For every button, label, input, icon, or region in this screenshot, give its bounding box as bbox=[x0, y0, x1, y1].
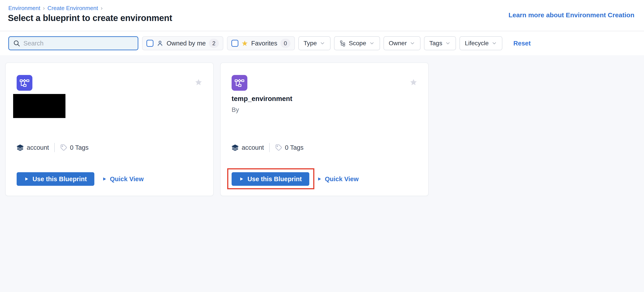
person-icon bbox=[156, 40, 164, 47]
chevron-down-icon bbox=[320, 40, 325, 46]
scope-label: account bbox=[242, 144, 264, 151]
chevron-down-icon bbox=[369, 40, 375, 46]
filter-dropdown-owner[interactable]: Owner bbox=[384, 36, 420, 50]
play-icon bbox=[239, 177, 244, 181]
tags-count-label: 0 Tags bbox=[285, 144, 304, 151]
use-blueprint-button[interactable]: Use this Blueprint bbox=[232, 172, 309, 186]
reset-filters-button[interactable]: Reset bbox=[513, 40, 530, 47]
page-header: Environment › Create Environment › Selec… bbox=[0, 0, 644, 31]
play-icon bbox=[102, 177, 107, 181]
favorite-star-icon[interactable] bbox=[409, 78, 418, 87]
blueprint-title: temp_environment bbox=[232, 95, 292, 103]
filter-favorites[interactable]: ★ Favorites 0 bbox=[227, 36, 295, 50]
filter-dropdown-type[interactable]: Type bbox=[298, 36, 331, 50]
tag-icon bbox=[275, 144, 282, 151]
chevron-down-icon bbox=[492, 40, 497, 46]
scope-label: account bbox=[27, 144, 49, 151]
filter-owned-by-me[interactable]: Owned by me 2 bbox=[142, 36, 223, 50]
learn-more-link[interactable]: Learn more about Environment Creation bbox=[508, 11, 634, 19]
meta-divider bbox=[269, 143, 270, 152]
lifecycle-dropdown-label: Lifecycle bbox=[465, 40, 488, 47]
card-meta: account 0 Tags bbox=[231, 143, 304, 152]
star-icon: ★ bbox=[242, 40, 248, 47]
tag-icon bbox=[60, 144, 68, 151]
owner-dropdown-label: Owner bbox=[389, 40, 407, 47]
layers-icon bbox=[16, 144, 24, 151]
quick-view-link[interactable]: Quick View bbox=[317, 172, 358, 186]
scope-dropdown-label: Scope bbox=[349, 40, 366, 47]
play-icon bbox=[24, 177, 29, 181]
search-box[interactable] bbox=[8, 36, 138, 50]
filter-dropdown-scope[interactable]: Scope bbox=[334, 36, 380, 50]
breadcrumb-separator: › bbox=[101, 5, 103, 11]
card-meta: account 0 Tags bbox=[16, 143, 89, 152]
hierarchy-icon bbox=[339, 40, 346, 47]
breadcrumb-separator: › bbox=[43, 5, 45, 11]
blueprint-card-1: account 0 Tags Use this Blueprint Quick … bbox=[5, 62, 214, 196]
owned-by-me-label: Owned by me bbox=[166, 40, 206, 47]
blueprint-byline: By bbox=[232, 106, 239, 114]
page-title: Select a blueprint to create environment bbox=[8, 13, 172, 23]
blueprint-card-2: temp_environment By account 0 Tags bbox=[220, 62, 428, 196]
filter-dropdown-tags[interactable]: Tags bbox=[424, 36, 456, 50]
search-input[interactable] bbox=[24, 40, 134, 47]
blueprint-icon bbox=[17, 75, 32, 91]
favorite-star-icon[interactable] bbox=[194, 78, 203, 87]
redacted-title-block bbox=[13, 94, 66, 118]
chevron-down-icon bbox=[410, 40, 415, 46]
tags-dropdown-label: Tags bbox=[429, 40, 442, 47]
layers-icon bbox=[231, 144, 239, 151]
filter-bar: Owned by me 2 ★ Favorites 0 Type Scope bbox=[0, 31, 644, 55]
owned-by-me-count-badge: 2 bbox=[209, 39, 219, 48]
favorites-checkbox[interactable] bbox=[232, 40, 238, 47]
quick-view-link[interactable]: Quick View bbox=[102, 172, 144, 186]
filter-dropdown-lifecycle[interactable]: Lifecycle bbox=[460, 36, 502, 50]
breadcrumb-environment[interactable]: Environment bbox=[8, 5, 40, 11]
chevron-down-icon bbox=[445, 40, 451, 46]
tags-count-label: 0 Tags bbox=[70, 144, 89, 151]
use-blueprint-label: Use this Blueprint bbox=[247, 175, 302, 183]
use-blueprint-label: Use this Blueprint bbox=[32, 175, 87, 183]
quick-view-label: Quick View bbox=[325, 175, 358, 183]
blueprint-list: account 0 Tags Use this Blueprint Quick … bbox=[0, 55, 644, 292]
blueprint-icon bbox=[232, 75, 247, 91]
favorites-label: Favorites bbox=[251, 40, 277, 47]
meta-divider bbox=[54, 143, 55, 152]
quick-view-label: Quick View bbox=[110, 175, 144, 183]
owned-by-me-checkbox[interactable] bbox=[146, 40, 154, 47]
search-icon bbox=[13, 40, 20, 47]
use-blueprint-button[interactable]: Use this Blueprint bbox=[17, 172, 94, 186]
favorites-count-badge: 0 bbox=[280, 39, 290, 48]
breadcrumb: Environment › Create Environment › bbox=[8, 5, 103, 11]
breadcrumb-create-environment[interactable]: Create Environment bbox=[48, 5, 98, 11]
type-dropdown-label: Type bbox=[304, 40, 317, 47]
play-icon bbox=[317, 177, 322, 181]
